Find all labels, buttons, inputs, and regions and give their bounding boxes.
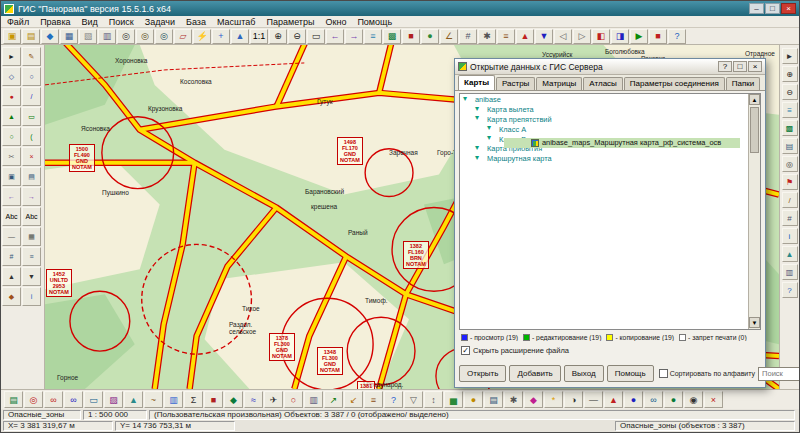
hide-extension-checkbox[interactable] <box>461 346 470 355</box>
sql-query-icon[interactable]: ? <box>384 391 403 408</box>
scale-bar-icon[interactable]: — <box>584 391 603 408</box>
scroll-up-icon[interactable]: ▲ <box>749 94 760 105</box>
status-scale[interactable]: 1 : 500 000 <box>83 410 147 420</box>
stop-task-icon[interactable]: ■ <box>649 29 667 44</box>
r-zoom-out-icon[interactable]: ⊖ <box>782 84 798 100</box>
settings-icon[interactable]: ✱ <box>478 29 496 44</box>
dialog-tab[interactable]: Параметры соединения <box>624 77 725 90</box>
object-info-icon[interactable]: i <box>22 287 41 306</box>
pan-map-icon[interactable]: + <box>212 29 230 44</box>
sort-icon[interactable]: ↕ <box>424 391 443 408</box>
paint-map-icon[interactable]: ▨ <box>104 391 123 408</box>
chart-icon[interactable]: ● <box>464 391 483 408</box>
text-title-icon[interactable]: Abc <box>22 207 41 226</box>
text-label-icon[interactable]: Abc <box>2 207 21 226</box>
tree-item[interactable]: anibase_maps_Маршрутная карта_рф_система… <box>504 138 740 148</box>
tree-item[interactable]: Класс А <box>460 124 760 134</box>
nav-point-icon[interactable]: ▲ <box>231 29 249 44</box>
scale-1-1-button[interactable]: 1:1 <box>250 29 268 44</box>
db-link-icon[interactable]: ≡ <box>364 391 383 408</box>
run-task-icon[interactable]: ▶ <box>630 29 648 44</box>
filter-icon[interactable]: ▽ <box>404 391 423 408</box>
red-glasses-icon[interactable]: ∞ <box>44 391 63 408</box>
search-input[interactable] <box>758 367 800 381</box>
scroll-down-icon[interactable]: ▼ <box>749 317 760 328</box>
help-icon[interactable]: ? <box>668 29 686 44</box>
menu-item[interactable]: Вид <box>82 17 98 27</box>
menu-item[interactable]: Задачи <box>145 17 175 27</box>
dialog-close-button[interactable]: × <box>748 61 762 72</box>
undo-icon[interactable]: ← <box>2 187 21 206</box>
redo-icon[interactable]: → <box>22 187 41 206</box>
menu-item[interactable]: Масштаб <box>217 17 256 27</box>
menu-item[interactable]: Поиск <box>109 17 134 27</box>
print-map-icon[interactable]: ▥ <box>304 391 323 408</box>
server-maps-tree[interactable]: anibase Карта вылета anibase_maps_Карта … <box>459 93 761 330</box>
create-line-icon[interactable]: / <box>22 87 41 106</box>
view-right-icon[interactable]: ▷ <box>573 29 591 44</box>
link-icon[interactable]: ∞ <box>644 391 663 408</box>
save-map-icon[interactable]: ▦ <box>60 29 78 44</box>
find-selected-icon[interactable]: ◎ <box>155 29 173 44</box>
south-down-icon[interactable]: ▼ <box>535 29 553 44</box>
dialog-tab[interactable]: Атласы <box>583 77 623 90</box>
database-icon[interactable]: ≡ <box>497 29 515 44</box>
r-zoom-in-icon[interactable]: ⊕ <box>782 66 798 82</box>
zones-icon[interactable]: ○ <box>284 391 303 408</box>
print-icon[interactable]: ▥ <box>98 29 116 44</box>
r-help-icon[interactable]: ? <box>782 282 798 298</box>
edit-pencil-icon[interactable]: ✎ <box>22 47 41 66</box>
r-search-icon[interactable]: ◎ <box>782 156 798 172</box>
menu-item[interactable]: Правка <box>40 17 70 27</box>
menu-item[interactable]: Файл <box>7 17 29 27</box>
add-button[interactable]: Добавить <box>509 365 560 382</box>
open-map-icon[interactable]: ▤ <box>22 29 40 44</box>
dialog-help-button[interactable]: ? <box>718 61 732 72</box>
red-zone-icon[interactable]: ◧ <box>592 29 610 44</box>
menu-item[interactable]: Параметры <box>266 17 314 27</box>
r-select-icon[interactable]: ► <box>782 48 798 64</box>
r-flag-icon[interactable]: ⚑ <box>782 174 798 190</box>
delete-object-icon[interactable]: × <box>22 147 41 166</box>
measure-length-icon[interactable]: — <box>2 227 21 246</box>
palette-icon[interactable]: ◆ <box>524 391 543 408</box>
layer-list-icon[interactable]: ≡ <box>364 29 382 44</box>
map-legend-icon[interactable]: ▩ <box>383 29 401 44</box>
rotate-object-icon[interactable]: ○ <box>22 67 41 86</box>
grid-icon[interactable]: # <box>459 29 477 44</box>
hand-tool-icon[interactable]: ◆ <box>2 287 21 306</box>
r-3d-icon[interactable]: ▲ <box>782 246 798 262</box>
atlas-icon[interactable]: ■ <box>204 391 223 408</box>
world-icon[interactable]: ● <box>664 391 683 408</box>
close-button[interactable]: × <box>781 3 796 14</box>
create-point-icon[interactable]: ● <box>2 87 21 106</box>
airfield-icon[interactable]: ✈ <box>264 391 283 408</box>
minimize-button[interactable]: – <box>749 3 764 14</box>
create-polygon-icon[interactable]: ▲ <box>2 107 21 126</box>
eye-icon[interactable]: ◉ <box>684 391 703 408</box>
close-map-icon[interactable]: ▧ <box>79 29 97 44</box>
zoom-window-icon[interactable]: ▭ <box>307 29 325 44</box>
exit-task-icon[interactable]: × <box>704 391 723 408</box>
grid-toggle-icon[interactable]: # <box>2 247 21 266</box>
export-icon[interactable]: ↗ <box>324 391 343 408</box>
tree-item[interactable]: Маршрутная карта <box>460 154 760 164</box>
exit-button[interactable]: Выход <box>564 365 604 382</box>
route-icon[interactable]: ≈ <box>244 391 263 408</box>
create-rect-icon[interactable]: ▭ <box>22 107 41 126</box>
blue-glasses-icon[interactable]: ∞ <box>64 391 83 408</box>
tree-item[interactable]: Карта препятствий <box>460 115 760 125</box>
measure-angle-icon[interactable]: ∠ <box>440 29 458 44</box>
dialog-tab[interactable]: Карты <box>458 75 495 90</box>
select-area-icon[interactable]: ▭ <box>84 391 103 408</box>
help-button[interactable]: Помощь <box>607 365 654 382</box>
r-info-icon[interactable]: i <box>782 228 798 244</box>
zoom-out-icon[interactable]: ⊖ <box>288 29 306 44</box>
previous-view-icon[interactable]: ← <box>326 29 344 44</box>
r-print-icon[interactable]: ▥ <box>782 264 798 280</box>
r-grid-icon[interactable]: # <box>782 210 798 226</box>
atlas-book-icon[interactable]: ■ <box>402 29 420 44</box>
north-arrow2-icon[interactable]: ▲ <box>604 391 623 408</box>
new-map-icon[interactable]: ▣ <box>3 29 21 44</box>
gis-server-open-icon[interactable]: ◆ <box>41 29 59 44</box>
